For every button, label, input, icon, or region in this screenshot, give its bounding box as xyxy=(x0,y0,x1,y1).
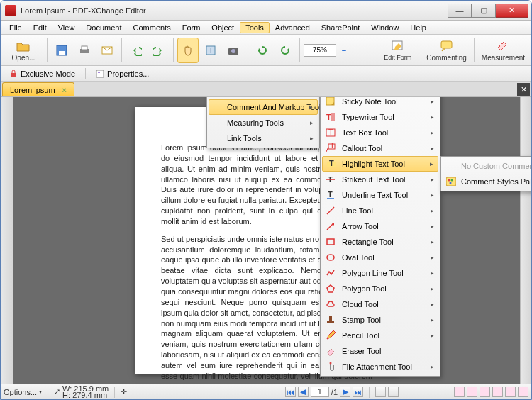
markup-item-line[interactable]: Line Tool▸ xyxy=(322,203,438,218)
save-icon xyxy=(55,43,69,57)
left-gutter[interactable] xyxy=(1,97,13,384)
redo-button[interactable] xyxy=(148,38,170,63)
menu-object[interactable]: Object xyxy=(206,22,240,33)
snapshot-button[interactable] xyxy=(223,38,244,63)
svg-line-31 xyxy=(327,223,333,230)
save-button[interactable] xyxy=(51,38,72,63)
dimensions-icon: ⤢ xyxy=(54,387,60,396)
email-button[interactable] xyxy=(96,38,118,63)
view-mode-4[interactable] xyxy=(492,387,503,397)
markup-item-cloud[interactable]: Cloud Tool▸ xyxy=(322,296,438,312)
menu-help[interactable]: Help xyxy=(404,22,432,33)
markup-item-eraser[interactable]: Eraser Tool xyxy=(322,343,438,359)
markup-item-sticky-note[interactable]: Sticky Note Tool▸ xyxy=(322,97,438,109)
close-button[interactable]: ✕ xyxy=(496,4,528,18)
submenu-arrow-icon: ▸ xyxy=(430,160,433,167)
properties-button[interactable]: Properties... xyxy=(92,69,153,79)
markup-item-typewriter[interactable]: TTypewriter Tool▸ xyxy=(322,109,438,125)
view-mode-5[interactable] xyxy=(505,387,516,397)
no-custom-style-item[interactable]: No Custom Comment Style xyxy=(443,158,531,174)
vertical-scrollbar[interactable] xyxy=(520,97,531,384)
markup-item-pencil[interactable]: Pencil Tool▸ xyxy=(322,328,438,343)
menu-sharepoint[interactable]: SharePoint xyxy=(316,22,365,33)
menu-edit[interactable]: Edit xyxy=(28,22,52,33)
menu-file[interactable]: File xyxy=(4,22,28,33)
menu-item-label: Measuring Tools xyxy=(227,118,284,127)
submenu-arrow-icon: ▸ xyxy=(310,119,314,126)
markup-item-strikeout[interactable]: TStrikeout Text Tool▸ xyxy=(322,172,438,187)
maximize-button[interactable]: ▢ xyxy=(472,4,496,18)
undo-icon xyxy=(129,43,143,57)
zoom-input[interactable]: 75% xyxy=(304,44,336,57)
menu-tools[interactable]: Tools xyxy=(240,22,270,33)
svg-point-33 xyxy=(327,255,334,260)
prev-page-button[interactable]: ◀ xyxy=(298,387,309,397)
rectangle-icon xyxy=(325,236,336,248)
menu-item-label: Text Box Tool xyxy=(342,128,388,137)
edit-form-button[interactable]: Edit Form xyxy=(380,36,415,65)
window-title: Lorem ipsum - PDF-XChange Editor xyxy=(21,6,448,15)
menu-item-label: Callout Tool xyxy=(342,144,382,152)
select-tool-button[interactable]: T xyxy=(200,38,221,63)
measurement-button[interactable]: Measurement xyxy=(478,36,528,65)
submenu-arrow-icon: ▸ xyxy=(431,363,434,370)
exclusive-mode-button[interactable]: Exclusive Mode xyxy=(5,69,79,79)
markup-item-underline[interactable]: TUnderline Text Tool▸ xyxy=(322,187,438,203)
view-mode-1[interactable] xyxy=(454,387,465,397)
arrow-icon xyxy=(325,221,336,232)
tabstrip-close-button[interactable]: ✕ xyxy=(517,83,530,96)
svg-text:T: T xyxy=(326,113,331,121)
tools-menu-item[interactable]: Measuring Tools▸ xyxy=(209,115,318,130)
edit-form-label: Edit Form xyxy=(384,54,411,61)
markup-item-text-box[interactable]: TText Box Tool▸ xyxy=(322,125,438,140)
hand-tool-button[interactable] xyxy=(177,38,199,63)
options-button[interactable]: Options...▾ xyxy=(4,388,42,396)
markup-item-callout[interactable]: TCallout Tool▸ xyxy=(322,140,438,156)
last-page-button[interactable]: ⏭ xyxy=(353,387,363,397)
undo-button[interactable] xyxy=(126,38,147,63)
minimize-button[interactable]: — xyxy=(448,4,472,18)
tab-close-icon[interactable]: × xyxy=(62,86,67,94)
open-button[interactable]: Open... xyxy=(4,36,43,65)
menu-advanced[interactable]: Advanced xyxy=(270,22,316,33)
menu-window[interactable]: Window xyxy=(365,22,404,33)
zoom-out-button[interactable]: − xyxy=(338,38,350,63)
tools-menu-item[interactable]: Comment And Markup Tools▸ xyxy=(209,99,318,115)
tab-label: Lorem ipsum xyxy=(10,86,55,94)
layout-single-button[interactable] xyxy=(375,387,386,397)
properties-icon xyxy=(96,70,104,78)
page-number-input[interactable]: 1 xyxy=(311,387,329,397)
markup-item-rectangle[interactable]: Rectangle Tool▸ xyxy=(322,234,438,250)
comment-styles-palette-item[interactable]: Comment Styles Palette xyxy=(443,174,531,189)
markup-item-highlight[interactable]: THighlight Text Tool▸ xyxy=(322,156,438,172)
open-label: Open... xyxy=(12,54,35,62)
layout-continuous-button[interactable] xyxy=(388,387,399,397)
commenting-button[interactable]: Commenting xyxy=(423,36,470,65)
email-icon xyxy=(100,43,114,57)
view-mode-2[interactable] xyxy=(467,387,477,397)
markup-item-stamp[interactable]: Stamp Tool▸ xyxy=(322,312,438,328)
svg-rect-11 xyxy=(11,73,16,77)
rotate-ccw-button[interactable] xyxy=(252,38,273,63)
menu-document[interactable]: Document xyxy=(80,22,127,33)
next-page-button[interactable]: ▶ xyxy=(340,387,350,397)
view-mode-3[interactable] xyxy=(480,387,490,397)
view-mode-6[interactable] xyxy=(518,387,528,397)
markup-item-attachment[interactable]: File Attachment Tool▸ xyxy=(322,359,438,374)
markup-item-polygon[interactable]: Polygon Tool▸ xyxy=(322,281,438,296)
markup-item-polyline[interactable]: Polygon Line Tool▸ xyxy=(322,265,438,281)
tools-menu-item[interactable]: Link Tools▸ xyxy=(209,130,318,146)
rotate-cw-button[interactable] xyxy=(275,38,296,63)
comment-icon xyxy=(440,39,454,53)
markup-item-arrow[interactable]: Arrow Tool▸ xyxy=(322,218,438,234)
menu-form[interactable]: Form xyxy=(177,22,206,33)
submenu-arrow-icon: ▸ xyxy=(431,316,434,323)
menu-comments[interactable]: Comments xyxy=(128,22,177,33)
menu-view[interactable]: View xyxy=(52,22,81,33)
markup-item-oval[interactable]: Oval Tool▸ xyxy=(322,250,438,265)
print-button[interactable] xyxy=(74,38,95,63)
strikeout-icon: T xyxy=(325,174,336,185)
svg-rect-32 xyxy=(327,239,334,245)
document-tab[interactable]: Lorem ipsum × xyxy=(2,82,74,96)
first-page-button[interactable]: ⏮ xyxy=(285,387,296,397)
